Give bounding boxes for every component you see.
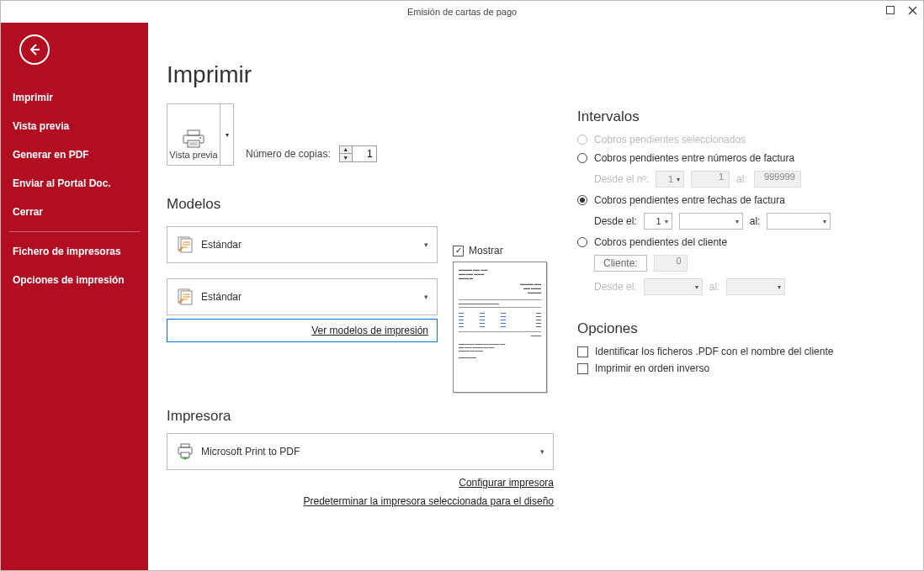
- intervalos-heading: Intervalos: [577, 108, 897, 125]
- radio-seleccionados-label: Cobros pendientes seleccionados: [594, 134, 746, 145]
- printer-icon: [182, 130, 205, 148]
- sidebar-item-generar-pdf[interactable]: Generar en PDF: [1, 140, 148, 169]
- opt-orden-inverso-checkbox[interactable]: [577, 363, 588, 374]
- chevron-down-icon: ▾: [424, 241, 428, 249]
- modelo2-value: Estándar: [201, 291, 424, 303]
- chevron-down-icon: ▾: [226, 131, 229, 139]
- hasta-nro-input[interactable]: 999999: [754, 171, 801, 188]
- al-label-3: al:: [709, 281, 720, 293]
- modelo1-combo[interactable]: Estándar ▾: [167, 226, 438, 263]
- impresora-value: Microsoft Print to PDF: [201, 446, 540, 457]
- svg-rect-0: [887, 7, 895, 14]
- modelos-heading: Modelos: [167, 196, 554, 213]
- ver-modelos-box: Ver modelos de impresión: [167, 319, 438, 342]
- al-label-1: al:: [736, 173, 747, 185]
- vista-previa-dropdown[interactable]: ▾: [220, 104, 233, 165]
- modelo1-value: Estándar: [201, 239, 424, 251]
- al-label-2: al:: [750, 215, 761, 227]
- desde-nro-label: Desde el nº:: [594, 173, 649, 185]
- copies-spinner[interactable]: ▲ ▼: [339, 145, 377, 162]
- copies-up[interactable]: ▲: [340, 146, 352, 154]
- maximize-button[interactable]: [883, 3, 898, 18]
- close-button[interactable]: [905, 3, 920, 18]
- titlebar: Emisión de cartas de pago: [1, 1, 923, 23]
- sidebar-item-imprimir[interactable]: Imprimir: [1, 83, 148, 112]
- vista-previa-button[interactable]: Vista previa: [167, 104, 220, 165]
- mostrar-label: Mostrar: [469, 245, 503, 256]
- printer-small-icon: [176, 442, 194, 461]
- svg-rect-22: [181, 452, 189, 457]
- document-icon: [176, 288, 194, 306]
- document-icon: [176, 235, 194, 254]
- svg-rect-20: [181, 444, 189, 447]
- preview-thumbnail[interactable]: ▬▬▬▬ ▬▬ ▬▬▬▬ ▬▬ ▬▬▬▬▬▬ ▬ ▬▬▬▬ ▬▬▬▬ ▬▬▬▬▬…: [453, 262, 547, 393]
- sidebar: Imprimir Vista previa Generar en PDF Env…: [1, 23, 148, 570]
- desde-cliente-fecha[interactable]: ▾: [644, 278, 703, 295]
- modelo2-combo[interactable]: Estándar ▾: [167, 278, 438, 315]
- sidebar-item-fichero-impresoras[interactable]: Fichero de impresoras: [1, 237, 148, 266]
- desde-fecha-input[interactable]: ▾: [679, 213, 743, 230]
- svg-rect-16: [181, 291, 192, 304]
- opciones-heading: Opciones: [577, 320, 897, 337]
- svg-point-23: [184, 457, 187, 460]
- sidebar-item-vista-previa[interactable]: Vista previa: [1, 112, 148, 140]
- svg-rect-11: [181, 239, 192, 252]
- svg-rect-4: [188, 130, 199, 135]
- copies-input[interactable]: [353, 146, 376, 161]
- impresora-heading: Impresora: [167, 408, 554, 425]
- sidebar-item-opciones-impresion[interactable]: Opciones de impresión: [1, 266, 148, 294]
- page-title: Imprimir: [167, 61, 554, 88]
- back-button[interactable]: [19, 34, 50, 65]
- cliente-button[interactable]: Cliente:: [594, 255, 647, 272]
- radio-numeros-factura-label: Cobros pendientes entre números de factu…: [594, 152, 794, 164]
- radio-cliente-label: Cobros pendientes del cliente: [594, 236, 727, 248]
- svg-point-9: [199, 137, 201, 139]
- opt-identificar-pdf-checkbox[interactable]: [577, 346, 588, 357]
- hasta-cliente-fecha[interactable]: ▾: [726, 278, 785, 295]
- desde-nro-serie[interactable]: 1▾: [656, 171, 684, 188]
- opt-identificar-pdf-label: Identificar los ficheros .PDF con el nom…: [595, 346, 833, 357]
- radio-fechas-factura-label: Cobros pendientes entre fechas de factur…: [594, 194, 785, 206]
- hasta-fecha-input[interactable]: ▾: [767, 213, 831, 230]
- radio-seleccionados[interactable]: [577, 135, 587, 145]
- predeterminar-impresora-link[interactable]: Predeterminar la impresora seleccionada …: [304, 495, 555, 507]
- desde-fecha-serie[interactable]: 1▾: [644, 213, 672, 230]
- sidebar-item-enviar-portal[interactable]: Enviar al Portal Doc.: [1, 169, 148, 198]
- mostrar-checkbox[interactable]: [453, 246, 464, 256]
- desde-cliente-label: Desde el:: [594, 281, 637, 293]
- copies-label: Número de copias:: [246, 148, 331, 160]
- sidebar-item-cerrar[interactable]: Cerrar: [1, 198, 148, 226]
- configurar-impresora-link[interactable]: Configurar impresora: [459, 477, 554, 489]
- chevron-down-icon: ▾: [424, 293, 428, 301]
- desde-fecha-label: Desde el:: [594, 215, 637, 227]
- copies-down[interactable]: ▼: [340, 154, 352, 161]
- desde-nro-input[interactable]: 1: [691, 171, 730, 188]
- chevron-down-icon: ▾: [540, 447, 544, 456]
- vista-previa-label: Vista previa: [169, 150, 217, 160]
- opt-orden-inverso-label: Imprimir en orden inverso: [595, 362, 709, 374]
- radio-cliente[interactable]: [577, 237, 587, 247]
- radio-fechas-factura[interactable]: [577, 195, 587, 205]
- impresora-combo[interactable]: Microsoft Print to PDF ▾: [167, 433, 554, 470]
- svg-rect-6: [188, 140, 199, 147]
- sidebar-separator: [9, 231, 140, 232]
- window-title: Emisión de cartas de pago: [407, 7, 517, 17]
- cliente-input[interactable]: 0: [654, 255, 688, 272]
- radio-numeros-factura[interactable]: [577, 153, 587, 163]
- ver-modelos-link[interactable]: Ver modelos de impresión: [311, 325, 428, 336]
